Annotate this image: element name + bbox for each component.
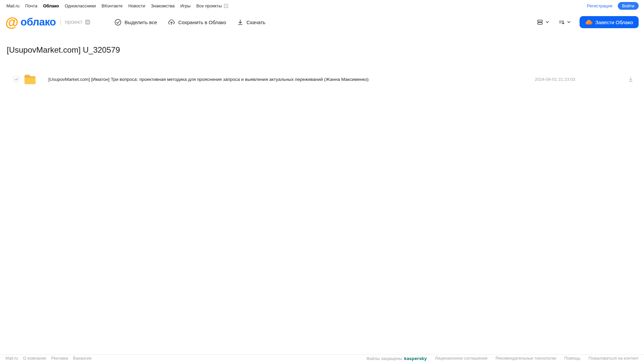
registration-link[interactable]: Регистрация [587,3,612,8]
logo-wordmark: облако [20,16,56,28]
grid-icon [224,3,229,8]
nav-item-oblako[interactable]: Облако [43,3,59,8]
sort-dropdown[interactable] [558,19,571,25]
nav-item-igry[interactable]: Игры [180,3,191,8]
chevron-down-icon [545,20,549,24]
save-to-cloud-button[interactable]: Сохранить в Облако [168,18,226,26]
mailru-at-icon: @ [5,15,18,29]
cloud-logo[interactable]: @ облако | проект vk [5,15,90,29]
nav-item-pochta[interactable]: Почта [25,3,37,8]
file-date: 2024-04-01 21:23:03 [535,77,575,82]
nav-item-odnoklassniki[interactable]: Одноклассники [65,3,96,8]
folder-icon [24,74,36,85]
login-button[interactable]: Войти [618,2,639,10]
nav-item-vkontakte[interactable]: ВКонтакте [102,3,123,8]
footer-link-recommendations[interactable]: Рекомендательные технологии [495,356,556,361]
svg-text:vk: vk [86,21,89,24]
kaspersky-logo: kaspersky [404,356,427,361]
select-all-button[interactable]: Выделить все [114,19,157,26]
portal-nav: Mail.ru Почта Облако Одноклассники ВКонт… [0,0,644,11]
cloud-header: @ облако | проект vk Выделить все Сохран… [0,12,644,32]
download-label: Скачать [247,19,265,25]
save-to-cloud-label: Сохранить в Облако [178,19,226,25]
cloud-upload-icon [168,18,175,26]
footer-link-mailru[interactable]: Mail.ru [5,356,18,361]
logo-divider: | [60,19,61,26]
sort-icon [558,19,565,25]
footer-link-company[interactable]: О компании [23,356,46,361]
file-list-row[interactable]: [UsupovMarket.com] [Иматон] Три вопроса:… [0,69,644,90]
create-cloud-label: Завести Облако [595,19,633,25]
download-button[interactable]: Скачать [237,19,265,25]
row-download-button[interactable] [628,76,634,83]
create-cloud-button[interactable]: Завести Облако [580,16,639,28]
nav-item-all-projects[interactable]: Все проекты [196,3,229,8]
footer-link-license[interactable]: Лицензионное соглашение [435,356,488,361]
footer-link-jobs[interactable]: Вакансии [73,356,92,361]
kaspersky-protection: Файлы защищены kaspersky [366,356,427,361]
footer-link-help[interactable]: Помощь [564,356,580,361]
page-title: [UsupovMarket.com] U_320579 [7,45,644,55]
nav-item-mailru[interactable]: Mail.ru [6,3,19,8]
download-icon [237,19,244,25]
cloud-logo-icon [585,19,592,26]
vk-badge-icon: vk [85,19,90,25]
download-icon [628,76,634,83]
nav-item-novosti[interactable]: Новости [128,3,145,8]
actions-toolbar: Выделить все Сохранить в Облако Скачать [114,18,265,26]
page-footer: Mail.ru О компании Реклама Вакансии Файл… [0,354,644,362]
footer-link-ads[interactable]: Реклама [51,356,68,361]
file-name-link[interactable]: [UsupovMarket.com] [Иматон] Три вопроса:… [48,77,368,82]
check-icon [14,77,19,82]
view-mode-icon [537,19,543,25]
select-all-label: Выделить все [125,19,157,25]
chevron-down-icon [567,20,571,24]
footer-link-report[interactable]: Пожаловаться на контент [589,356,639,361]
view-mode-dropdown[interactable] [537,19,549,25]
all-projects-label: Все проекты [196,3,222,8]
view-controls: Завести Облако [537,16,639,28]
protected-label: Файлы защищены [366,356,402,361]
nav-item-znakomstva[interactable]: Знакомства [151,3,175,8]
check-circle-icon [114,19,121,26]
row-checkbox[interactable] [13,75,20,83]
project-label: проект [65,19,83,25]
